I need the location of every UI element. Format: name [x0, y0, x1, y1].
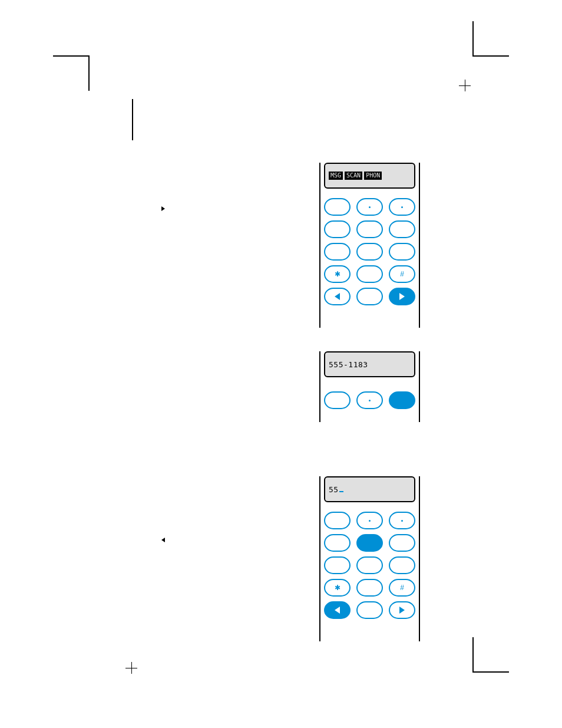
crop-mark: [132, 99, 133, 140]
key-5[interactable]: [356, 220, 383, 238]
lcd-display: MSG SCAN PHON: [324, 163, 415, 189]
frame-rail: [319, 476, 320, 641]
frame-rail: [419, 476, 420, 641]
key-5[interactable]: [356, 534, 383, 552]
key-right[interactable]: [389, 288, 415, 305]
key-left[interactable]: [324, 288, 351, 305]
lcd-tab-msg: MSG: [329, 172, 343, 180]
lcd-tab-phon: PHON: [364, 172, 382, 180]
key-8[interactable]: [356, 243, 383, 261]
key-3[interactable]: [389, 512, 415, 529]
key-1[interactable]: [324, 198, 351, 216]
lcd-display: 55: [324, 476, 415, 502]
key-2[interactable]: [356, 198, 383, 216]
softkey-row: [324, 391, 415, 409]
phone-diagram-1: MSG SCAN PHON ✱ #: [324, 163, 415, 328]
crop-mark: [472, 21, 474, 57]
frame-rail: [319, 163, 320, 328]
softkey-1[interactable]: [324, 391, 351, 409]
lcd-text: 555-1183: [329, 360, 368, 369]
key-3[interactable]: [389, 198, 415, 216]
phone-diagram-2: 555-1183: [324, 351, 415, 422]
key-hash[interactable]: #: [389, 579, 415, 597]
key-left[interactable]: [324, 601, 351, 619]
key-1[interactable]: [324, 512, 351, 529]
keypad: ✱ #: [324, 198, 415, 305]
key-9[interactable]: [389, 556, 415, 574]
crop-mark: [474, 55, 509, 57]
softkey-3[interactable]: [389, 391, 415, 409]
key-star[interactable]: ✱: [324, 579, 351, 597]
frame-rail: [419, 351, 420, 422]
lcd-display: 555-1183: [324, 351, 415, 377]
lcd-text: 55: [329, 485, 343, 494]
key-menu[interactable]: [356, 288, 383, 305]
key-8[interactable]: [356, 556, 383, 574]
key-0[interactable]: [356, 579, 383, 597]
key-6[interactable]: [389, 534, 415, 552]
softkey-2[interactable]: [356, 391, 383, 409]
key-hash[interactable]: #: [389, 265, 415, 283]
phone-diagram-3: 55 ✱ #: [324, 476, 415, 641]
lcd-tab-scan: SCAN: [345, 172, 362, 180]
key-2[interactable]: [356, 512, 383, 529]
cursor-icon: [339, 491, 343, 492]
crop-mark: [53, 55, 88, 57]
crop-mark: [472, 637, 474, 673]
crop-mark: [474, 671, 509, 673]
key-4[interactable]: [324, 220, 351, 238]
crop-mark: [88, 55, 90, 91]
key-9[interactable]: [389, 243, 415, 261]
keypad: ✱ #: [324, 512, 415, 619]
key-7[interactable]: [324, 556, 351, 574]
arrow-right-icon: [161, 206, 165, 211]
key-star[interactable]: ✱: [324, 265, 351, 283]
frame-rail: [319, 351, 320, 422]
key-0[interactable]: [356, 265, 383, 283]
key-6[interactable]: [389, 220, 415, 238]
frame-rail: [419, 163, 420, 328]
arrow-left-icon: [161, 538, 165, 542]
key-menu[interactable]: [356, 601, 383, 619]
key-4[interactable]: [324, 534, 351, 552]
key-right[interactable]: [389, 601, 415, 619]
key-7[interactable]: [324, 243, 351, 261]
